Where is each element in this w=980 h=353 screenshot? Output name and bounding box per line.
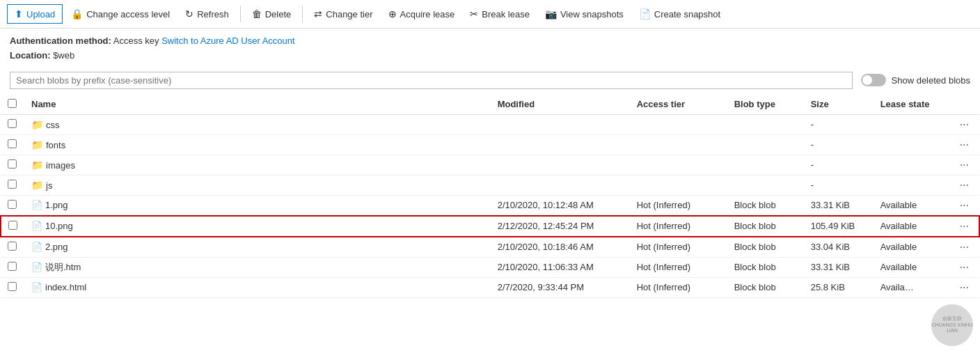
table-row[interactable]: 📁images-··· xyxy=(1,155,979,175)
file-icon: 📄 xyxy=(31,242,42,252)
table-row[interactable]: 📄2.png2/10/2020, 10:18:46 AMHot (Inferre… xyxy=(1,237,979,258)
table-row[interactable]: 📁css-··· xyxy=(1,114,979,134)
cell-tier: Hot (Inferred) xyxy=(630,277,727,297)
row-more-button[interactable]: ··· xyxy=(957,118,972,131)
cell-name: 📁fonts xyxy=(24,134,491,155)
cell-modified: 2/12/2020, 12:45:24 PM xyxy=(491,216,630,237)
file-name: css xyxy=(46,120,60,130)
view-snapshots-button[interactable]: 📷 View snapshots xyxy=(538,5,631,23)
search-input[interactable] xyxy=(16,75,846,86)
upload-button[interactable]: ⬆ Upload xyxy=(7,4,63,24)
cell-modified: 2/10/2020, 10:12:48 AM xyxy=(491,195,630,216)
cell-modified: 2/10/2020, 11:06:33 AM xyxy=(491,257,630,277)
cell-modified: 2/7/2020, 9:33:44 PM xyxy=(491,277,630,297)
cell-blob-type: Block blob xyxy=(727,216,804,237)
cell-tier: Hot (Inferred) xyxy=(630,195,727,216)
search-input-wrap[interactable] xyxy=(10,72,853,89)
create-snap-icon: 📄 xyxy=(639,8,651,19)
row-more-button[interactable]: ··· xyxy=(957,261,972,274)
cell-lease xyxy=(874,175,950,195)
row-more-button[interactable]: ··· xyxy=(957,179,972,191)
row-checkbox[interactable] xyxy=(8,139,17,148)
file-table: Name Modified Access tier Blob type Size… xyxy=(0,95,980,298)
file-name: images xyxy=(46,160,75,171)
row-more-button[interactable]: ··· xyxy=(957,220,972,233)
search-bar: Show deleted blobs xyxy=(0,66,980,95)
row-checkbox[interactable] xyxy=(8,180,17,189)
cell-size: 33.31 KiB xyxy=(804,257,874,277)
folder-icon: 📁 xyxy=(31,180,43,191)
row-checkbox[interactable] xyxy=(8,262,17,271)
cell-size: - xyxy=(804,114,874,134)
info-bar: Authentication method: Access key Switch… xyxy=(0,29,980,66)
select-all-checkbox[interactable] xyxy=(8,99,17,108)
file-name: fonts xyxy=(46,140,65,150)
cell-lease: Available xyxy=(874,257,950,277)
cell-size: - xyxy=(804,175,874,195)
cell-tier xyxy=(630,134,727,155)
cell-name: 📄10.png xyxy=(24,216,491,237)
table-header-row: Name Modified Access tier Blob type Size… xyxy=(1,95,979,115)
table-row[interactable]: 📁fonts-··· xyxy=(1,134,979,155)
cell-size: - xyxy=(804,134,874,155)
col-header-size: Size xyxy=(804,95,874,115)
cell-name: 📁css xyxy=(24,114,491,134)
cell-size: 33.31 KiB xyxy=(804,195,874,216)
cell-modified xyxy=(491,114,630,134)
row-checkbox[interactable] xyxy=(8,159,17,168)
cell-tier: Hot (Inferred) xyxy=(630,237,727,258)
col-header-modified: Modified xyxy=(491,95,630,115)
col-header-tier: Access tier xyxy=(630,95,727,115)
separator-1 xyxy=(240,6,241,22)
cell-blob-type xyxy=(727,134,804,155)
table-row[interactable]: 📄index.html2/7/2020, 9:33:44 PMHot (Infe… xyxy=(1,277,979,297)
cell-tier xyxy=(630,175,727,195)
cell-lease: Available xyxy=(874,237,950,258)
table-row[interactable]: 📄10.png2/12/2020, 12:45:24 PMHot (Inferr… xyxy=(1,216,979,237)
refresh-button[interactable]: ↻ Refresh xyxy=(178,5,236,23)
separator-2 xyxy=(302,6,303,22)
cell-blob-type xyxy=(727,155,804,175)
row-checkbox[interactable] xyxy=(8,221,17,230)
row-more-button[interactable]: ··· xyxy=(957,139,972,151)
cell-tier: Hot (Inferred) xyxy=(630,257,727,277)
cell-lease xyxy=(874,155,950,175)
location-info: Location: $web xyxy=(10,49,970,63)
break-lease-button[interactable]: ✂ Break lease xyxy=(463,5,537,23)
row-checkbox[interactable] xyxy=(8,200,17,209)
cell-blob-type: Block blob xyxy=(727,237,804,258)
cell-tier xyxy=(630,114,727,134)
cell-lease: Availa… xyxy=(874,277,950,297)
change-access-button[interactable]: 🔒 Change access level xyxy=(64,5,177,23)
row-checkbox[interactable] xyxy=(8,119,17,128)
break-icon: ✂ xyxy=(470,8,478,19)
cell-name: 📁images xyxy=(24,155,491,175)
table-row[interactable]: 📄说明.htm2/10/2020, 11:06:33 AMHot (Inferr… xyxy=(1,257,979,277)
row-more-button[interactable]: ··· xyxy=(957,159,972,171)
show-deleted-toggle[interactable] xyxy=(861,74,886,86)
row-more-button[interactable]: ··· xyxy=(957,281,972,294)
change-tier-button[interactable]: ⇄ Change tier xyxy=(307,5,379,23)
cell-lease: Available xyxy=(874,216,950,237)
cell-blob-type xyxy=(727,175,804,195)
acquire-lease-button[interactable]: ⊕ Acquire lease xyxy=(381,5,462,23)
create-snapshot-button[interactable]: 📄 Create snapshot xyxy=(632,5,727,23)
switch-account-link[interactable]: Switch to Azure AD User Account xyxy=(161,36,294,46)
cell-lease xyxy=(874,134,950,155)
row-more-button[interactable]: ··· xyxy=(957,199,972,212)
row-more-button[interactable]: ··· xyxy=(957,241,972,253)
cell-size: - xyxy=(804,155,874,175)
table-row[interactable]: 📄1.png2/10/2020, 10:12:48 AMHot (Inferre… xyxy=(1,195,979,216)
cell-tier: Hot (Inferred) xyxy=(630,216,727,237)
cell-name: 📄说明.htm xyxy=(24,257,491,277)
delete-button[interactable]: 🗑 Delete xyxy=(245,5,299,23)
tier-icon: ⇄ xyxy=(314,8,322,19)
file-name: 10.png xyxy=(45,221,73,231)
cell-tier xyxy=(630,155,727,175)
table-row[interactable]: 📁js-··· xyxy=(1,175,979,195)
file-name: 说明.htm xyxy=(45,262,81,272)
row-checkbox[interactable] xyxy=(8,282,17,291)
folder-icon: 📁 xyxy=(31,139,43,150)
file-name: index.html xyxy=(45,282,86,292)
row-checkbox[interactable] xyxy=(8,242,17,251)
